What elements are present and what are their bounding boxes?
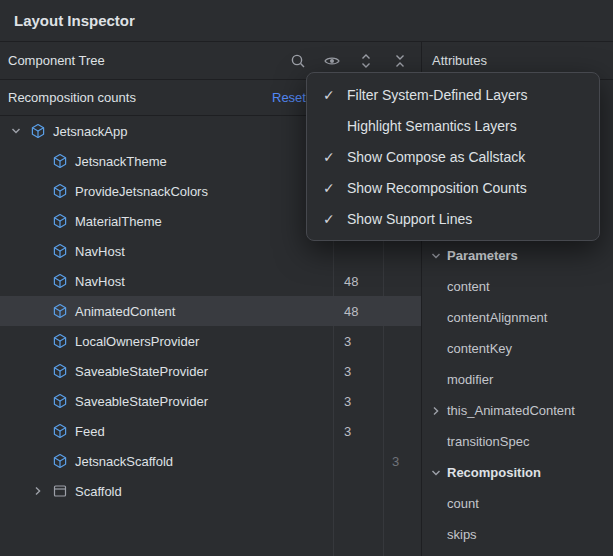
menu-item-show-recomposition-counts[interactable]: ✓Show Recomposition Counts	[307, 172, 599, 203]
chevron-spacer	[30, 273, 52, 289]
chevron-spacer	[30, 153, 52, 169]
recomposition-count: 3	[344, 416, 351, 446]
checkmark-icon: ✓	[323, 211, 347, 227]
chevron-spacer	[30, 363, 52, 379]
chevron-down-icon[interactable]	[8, 123, 30, 139]
tree-row-jetsnackscaffold[interactable]: JetsnackScaffold3	[0, 446, 421, 476]
chevron-spacer	[30, 333, 52, 349]
attr-item-label: this_AnimatedContent	[447, 403, 575, 418]
recomposition-counts-label: Recomposition counts	[8, 90, 136, 105]
tree-row-localownersprovider[interactable]: LocalOwnersProvider3	[0, 326, 421, 356]
menu-item-filter-system-defined-layers[interactable]: ✓Filter System-Defined Layers	[307, 79, 599, 110]
tree-row-label: Scaffold	[75, 484, 122, 499]
search-icon[interactable]	[289, 52, 307, 70]
attr-item-contentalignment[interactable]: contentAlignment	[422, 302, 613, 333]
recomposition-count: 48	[344, 266, 358, 296]
tree-row-navhost[interactable]: NavHost48	[0, 266, 421, 296]
tree-row-feed[interactable]: Feed3	[0, 416, 421, 446]
checkmark-icon: ✓	[323, 180, 347, 196]
collapse-all-icon[interactable]	[391, 52, 409, 70]
menu-item-show-compose-as-callstack[interactable]: ✓Show Compose as Callstack	[307, 141, 599, 172]
tree-row-label: ProvideJetsnackColors	[75, 184, 208, 199]
checkmark-icon: ✓	[323, 87, 347, 103]
attr-item-this-animatedcontent[interactable]: this_AnimatedContent	[422, 395, 613, 426]
tree-row-animatedcontent[interactable]: AnimatedContent48	[0, 296, 421, 326]
chevron-down-icon[interactable]	[428, 465, 444, 481]
component-tree-toolbar	[289, 52, 409, 70]
menu-item-label: Filter System-Defined Layers	[347, 87, 528, 103]
compose-icon	[52, 393, 68, 409]
recomposition-count: 3	[344, 326, 351, 356]
recomposition-count: 3	[344, 386, 351, 416]
tree-row-label: SaveableStateProvider	[75, 364, 208, 379]
tree-row-label: Feed	[75, 424, 105, 439]
compose-icon	[52, 183, 68, 199]
component-tree-title: Component Tree	[8, 53, 105, 68]
chevron-down-icon[interactable]	[428, 248, 444, 264]
tree-row-saveablestateprovider[interactable]: SaveableStateProvider3	[0, 386, 421, 416]
compose-icon	[30, 123, 46, 139]
tree-row-label: JetsnackApp	[53, 124, 127, 139]
chevron-spacer	[30, 183, 52, 199]
chevron-right-icon[interactable]	[428, 403, 444, 419]
compose-icon	[52, 213, 68, 229]
compose-icon	[52, 303, 68, 319]
compose-icon	[52, 333, 68, 349]
tree-row-label: NavHost	[75, 244, 125, 259]
attr-item-label: modifier	[447, 372, 493, 387]
compose-icon	[52, 453, 68, 469]
menu-item-label: Show Support Lines	[347, 211, 472, 227]
attr-item-label: transitionSpec	[447, 434, 529, 449]
attr-section-parameters[interactable]: Parameters	[422, 240, 613, 271]
attr-item-label: contentKey	[447, 341, 512, 356]
compose-icon	[52, 153, 68, 169]
recomposition-count: 48	[344, 296, 358, 326]
tree-row-label: JetsnackTheme	[75, 154, 167, 169]
tree-row-label: JetsnackScaffold	[75, 454, 173, 469]
tree-row-label: NavHost	[75, 274, 125, 289]
recomposition-count: 3	[344, 356, 351, 386]
menu-item-label: Show Recomposition Counts	[347, 180, 527, 196]
chevron-spacer	[30, 393, 52, 409]
attr-item-label: contentAlignment	[447, 310, 547, 325]
view-options-eye-icon[interactable]	[323, 52, 341, 70]
menu-item-highlight-semantics-layers[interactable]: Highlight Semantics Layers	[307, 110, 599, 141]
compose-icon	[52, 363, 68, 379]
checkmark-icon: ✓	[323, 149, 347, 165]
chevron-spacer	[30, 303, 52, 319]
menu-item-show-support-lines[interactable]: ✓Show Support Lines	[307, 203, 599, 234]
tree-row-saveablestateprovider[interactable]: SaveableStateProvider3	[0, 356, 421, 386]
attr-item-modifier[interactable]: modifier	[422, 364, 613, 395]
window-title: Layout Inspector	[14, 12, 135, 29]
attr-item-transitionspec[interactable]: transitionSpec	[422, 426, 613, 457]
reset-counts-link[interactable]: Reset	[272, 90, 306, 105]
compose-icon	[52, 273, 68, 289]
chevron-spacer	[30, 243, 52, 259]
attr-item-skips[interactable]: skips	[422, 519, 613, 550]
expand-all-icon[interactable]	[357, 52, 375, 70]
attr-item-contentkey[interactable]: contentKey	[422, 333, 613, 364]
attr-section-label: Recomposition	[447, 465, 541, 480]
attr-item-label: count	[447, 496, 479, 511]
compose-icon	[52, 423, 68, 439]
attr-item-label: content	[447, 279, 490, 294]
attr-item-content[interactable]: content	[422, 271, 613, 302]
chevron-right-icon[interactable]	[30, 483, 52, 499]
tree-row-scaffold[interactable]: Scaffold	[0, 476, 421, 506]
scaffold-icon	[52, 483, 68, 499]
attr-item-count[interactable]: count	[422, 488, 613, 519]
window-title-bar: Layout Inspector	[0, 0, 613, 42]
compose-icon	[52, 243, 68, 259]
attr-section-recomposition[interactable]: Recomposition	[422, 457, 613, 488]
tree-row-label: SaveableStateProvider	[75, 394, 208, 409]
chevron-spacer	[30, 423, 52, 439]
recomposition-skip-count: 3	[392, 446, 399, 476]
tree-row-label: AnimatedContent	[75, 304, 175, 319]
menu-item-label: Show Compose as Callstack	[347, 149, 525, 165]
chevron-spacer	[30, 213, 52, 229]
attr-section-label: Parameters	[447, 248, 518, 263]
chevron-spacer	[30, 453, 52, 469]
tree-row-label: MaterialTheme	[75, 214, 162, 229]
view-options-menu: ✓Filter System-Defined LayersHighlight S…	[306, 72, 600, 241]
tree-row-label: LocalOwnersProvider	[75, 334, 199, 349]
